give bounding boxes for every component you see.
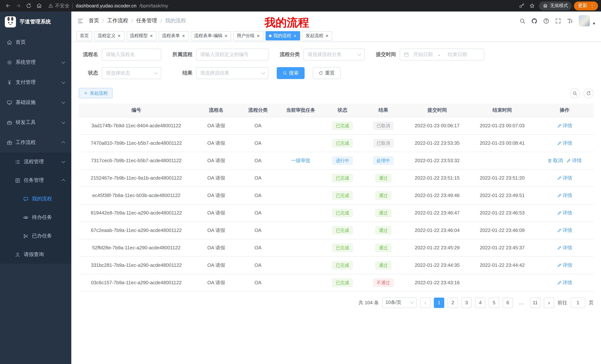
sidebar-item-10[interactable]: 已办任务 bbox=[0, 227, 71, 245]
breadcrumb-separator: / bbox=[160, 18, 162, 24]
view-tab-6[interactable]: 我的流程× bbox=[266, 31, 300, 40]
search-button[interactable]: 搜索 bbox=[277, 67, 305, 79]
table-row: ec45f38f-7b9a-11ec-b03b-acde48001122OA 请… bbox=[79, 187, 594, 204]
sidebar-item-5[interactable]: 工作流程 bbox=[0, 133, 71, 153]
filter-group-result: 结果 请选择流结果 bbox=[169, 67, 269, 79]
create-process-button[interactable]: 发起流程 bbox=[79, 88, 112, 98]
passwords-key-icon[interactable] bbox=[517, 1, 526, 10]
fullscreen-icon[interactable] bbox=[555, 18, 561, 24]
detail-link[interactable]: 详情 bbox=[557, 262, 572, 268]
page-button-6[interactable]: 6 bbox=[502, 297, 513, 308]
search-icon[interactable] bbox=[520, 18, 526, 24]
detail-link[interactable]: 详情 bbox=[557, 279, 572, 286]
detail-link[interactable]: 详情 bbox=[557, 192, 572, 199]
parent-process-input[interactable]: 请输入流程定义的编号 bbox=[196, 49, 269, 60]
breadcrumb-item-2[interactable]: 任务管理 bbox=[136, 18, 157, 24]
next-page-button[interactable]: › bbox=[544, 297, 554, 308]
avatar[interactable] bbox=[579, 15, 590, 26]
breadcrumb-item-1[interactable]: 工作流程 bbox=[107, 18, 128, 24]
page-button-3[interactable]: 3 bbox=[461, 297, 472, 308]
view-tab-3[interactable]: 流程表单× bbox=[159, 31, 189, 40]
home-button[interactable] bbox=[34, 1, 44, 10]
detail-link[interactable]: 详情 bbox=[566, 157, 582, 164]
goto-page-input[interactable]: 1 bbox=[571, 297, 585, 308]
hamburger-icon[interactable] bbox=[77, 18, 84, 24]
update-button[interactable]: 更新 ⋮ bbox=[574, 1, 598, 10]
view-tab-5[interactable]: 用户分组× bbox=[233, 31, 263, 40]
cell-submit-time: 2022-01-22 23:46:04 bbox=[406, 221, 469, 239]
result-select[interactable]: 请选择流结果 bbox=[196, 67, 269, 79]
sidebar-item-0[interactable]: 首页 bbox=[0, 32, 71, 52]
help-icon[interactable] bbox=[543, 18, 550, 24]
tab-close-icon[interactable]: × bbox=[293, 33, 297, 38]
address-bar[interactable]: 不安全 dashboard.yudao.iocoder.cn/bpm/task/… bbox=[45, 1, 516, 10]
page-ellipsis[interactable]: ... bbox=[516, 297, 527, 308]
cancel-link[interactable]: 取消 bbox=[548, 157, 563, 164]
sidebar-item-8[interactable]: 我的流程 bbox=[0, 190, 71, 208]
cell-category: OA bbox=[239, 117, 278, 134]
page-size-select[interactable]: 10条/页 bbox=[382, 297, 417, 308]
prev-page-button[interactable]: ‹ bbox=[420, 297, 431, 308]
incognito-icon bbox=[543, 3, 548, 8]
cell-submit-time: 2022-01-22 23:43:16 bbox=[406, 274, 469, 291]
view-tab-0[interactable]: 首页 bbox=[77, 31, 92, 40]
view-tab-2[interactable]: 流程模型× bbox=[127, 31, 156, 40]
cell-result: 通过 bbox=[361, 256, 406, 274]
sidebar-item-4[interactable]: 研发工具 bbox=[0, 112, 71, 133]
process-name-input[interactable]: 请输入流程名 bbox=[102, 49, 161, 60]
scissors-icon-wrap bbox=[23, 233, 29, 239]
tab-close-icon[interactable]: × bbox=[182, 33, 185, 38]
security-status[interactable]: 不安全 bbox=[48, 2, 70, 9]
page-button-1[interactable]: 1 bbox=[434, 297, 444, 308]
view-tab-4[interactable]: 流程表单-编辑× bbox=[191, 31, 231, 40]
tab-close-icon[interactable]: × bbox=[257, 33, 260, 38]
back-button[interactable] bbox=[3, 1, 13, 10]
current-task-link[interactable]: 一级审批 bbox=[291, 157, 310, 164]
status-select[interactable]: 请选择状态 bbox=[102, 67, 161, 79]
browser-menu-kebab-icon[interactable]: ⋮ bbox=[588, 3, 596, 9]
reset-button[interactable]: 重置 bbox=[313, 67, 341, 79]
sidebar-item-9[interactable]: 待办任务 bbox=[0, 208, 71, 227]
reload-button[interactable] bbox=[24, 1, 33, 10]
submit-time-range-picker[interactable]: 开始日期 - 结束日期 bbox=[400, 49, 484, 60]
detail-link[interactable]: 详情 bbox=[557, 244, 572, 251]
avatar-caret-icon[interactable]: ▾ bbox=[593, 21, 595, 26]
tab-close-icon[interactable]: × bbox=[224, 33, 228, 38]
cell-id: ec45f38f-7b9a-11ec-b03b-acde48001122 bbox=[79, 187, 194, 204]
logo-row[interactable]: 芋道管理系统 bbox=[0, 11, 71, 32]
breadcrumb-item-0[interactable]: 首页 bbox=[89, 18, 99, 24]
page-button-2[interactable]: 2 bbox=[448, 297, 458, 308]
detail-link[interactable]: 详情 bbox=[557, 122, 572, 129]
cell-id: 819442e8-7b9a-11ec-a290-acde48001122 bbox=[79, 204, 194, 221]
tab-close-icon[interactable]: × bbox=[117, 33, 121, 38]
detail-link[interactable]: 详情 bbox=[557, 175, 572, 181]
detail-link[interactable]: 详情 bbox=[557, 140, 572, 146]
refresh-icon bbox=[586, 91, 591, 96]
cell-result: 通过 bbox=[361, 169, 406, 187]
sidebar-item-1[interactable]: 系统管理 bbox=[0, 52, 71, 72]
github-icon[interactable] bbox=[531, 18, 538, 24]
tab-close-icon[interactable]: × bbox=[150, 33, 153, 38]
cell-category: OA bbox=[239, 169, 278, 187]
page-button-4[interactable]: 4 bbox=[475, 297, 485, 308]
page-button-5[interactable]: 5 bbox=[489, 297, 499, 308]
forward-button[interactable] bbox=[13, 1, 23, 10]
page-button-11[interactable]: 11 bbox=[530, 297, 541, 308]
bookmark-star-icon[interactable] bbox=[527, 1, 537, 10]
sidebar-item-3[interactable]: 基础设施 bbox=[0, 92, 71, 112]
detail-link[interactable]: 详情 bbox=[557, 227, 572, 234]
sidebar-item-6[interactable]: 流程管理 bbox=[0, 153, 71, 171]
detail-link[interactable]: 详情 bbox=[557, 210, 572, 216]
sidebar-item-11[interactable]: 请假查询 bbox=[0, 245, 71, 264]
sidebar-item-7[interactable]: 任务管理 bbox=[0, 171, 71, 190]
view-tab-1[interactable]: 流程定义× bbox=[94, 31, 124, 40]
refresh-table-button[interactable] bbox=[583, 88, 594, 98]
tab-close-icon[interactable]: × bbox=[325, 33, 329, 38]
view-tab-7[interactable]: 发起流程× bbox=[302, 31, 332, 40]
app-title: 芋道管理系统 bbox=[20, 19, 51, 25]
scissors-icon bbox=[23, 233, 29, 239]
font-size-icon[interactable] bbox=[567, 18, 573, 24]
sidebar-item-2[interactable]: 支付管理 bbox=[0, 72, 71, 92]
toggle-search-button[interactable] bbox=[570, 88, 580, 98]
category-select[interactable]: 请选择流程分类 bbox=[303, 49, 365, 60]
